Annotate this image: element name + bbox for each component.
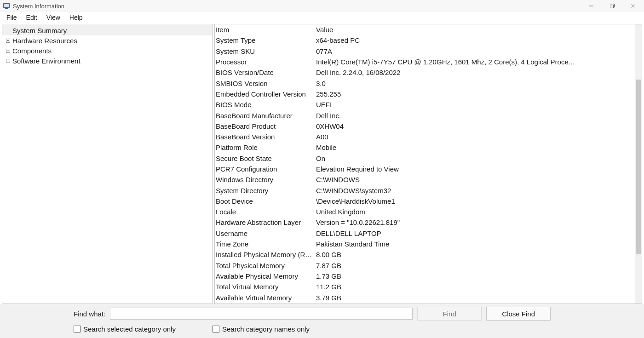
list-row[interactable]: Total Physical Memory7.87 GB (215, 260, 635, 271)
tree-item-hardware-resources[interactable]: Hardware Resources (2, 35, 212, 46)
list-row[interactable]: BaseBoard ManufacturerDell Inc. (215, 110, 635, 120)
list-row[interactable]: System DirectoryC:\WINDOWS\system32 (215, 185, 635, 195)
menu-edit[interactable]: Edit (22, 13, 42, 22)
titlebar: System Information (0, 0, 644, 12)
plus-icon[interactable] (5, 48, 11, 53)
list-header[interactable]: Item Value (215, 24, 635, 35)
cell-value: Mobile (316, 143, 635, 151)
minimize-button[interactable] (581, 0, 602, 12)
cell-item: Available Virtual Memory (216, 294, 316, 302)
close-find-button[interactable]: Close Find (486, 307, 551, 321)
cell-value: 0XHW04 (316, 122, 635, 130)
plus-icon[interactable] (5, 38, 11, 43)
cell-value: Dell Inc. 2.24.0, 16/08/2022 (316, 69, 635, 76)
menu-help[interactable]: Help (65, 13, 87, 22)
cell-item: Total Physical Memory (216, 262, 316, 269)
list-row[interactable]: System Typex64-based PC (215, 35, 635, 46)
list-row[interactable]: Available Virtual Memory3.79 GB (215, 292, 635, 303)
list-row[interactable]: Total Virtual Memory11.2 GB (215, 281, 635, 292)
checkbox-icon[interactable] (74, 326, 80, 332)
list-row[interactable]: BaseBoard Product0XHW04 (215, 121, 635, 132)
list-row[interactable]: BaseBoard VersionA00 (215, 132, 635, 142)
cell-value: On (316, 155, 635, 162)
list-row[interactable]: Boot Device\Device\HarddiskVolume1 (215, 196, 635, 206)
cell-value: 3.79 GB (316, 294, 635, 302)
cell-value: x64-based PC (316, 36, 635, 44)
list-row[interactable]: ProcessorIntel(R) Core(TM) i5-7Y57 CPU @… (215, 57, 635, 67)
window-controls (581, 0, 644, 12)
cell-value: United Kingdom (316, 208, 635, 216)
find-input[interactable] (110, 308, 413, 320)
cell-item: BaseBoard Manufacturer (216, 112, 316, 120)
cell-value: 255.255 (316, 90, 635, 98)
menu-file[interactable]: File (2, 13, 22, 22)
plus-icon[interactable] (5, 58, 11, 63)
checkbox-icon[interactable] (213, 326, 219, 332)
scrollthumb[interactable] (636, 80, 641, 254)
tree-item-system-summary[interactable]: System Summary (2, 25, 212, 35)
cell-item: Hardware Abstraction Layer (216, 218, 316, 226)
list-row[interactable]: Time ZonePakistan Standard Time (215, 239, 635, 249)
list-row[interactable]: Available Physical Memory1.73 GB (215, 271, 635, 281)
cell-item: System SKU (216, 47, 316, 55)
cell-item: BaseBoard Product (216, 122, 316, 130)
find-button[interactable]: Find (417, 307, 482, 321)
list-row[interactable]: UsernameDELL\DELL LAPTOP (215, 228, 635, 239)
titlebar-left: System Information (1, 2, 64, 10)
scrollbar[interactable] (635, 24, 642, 304)
list-row[interactable]: LocaleUnited Kingdom (215, 206, 635, 217)
cell-item: Processor (216, 58, 316, 66)
cell-value: A00 (316, 133, 635, 141)
list-row[interactable]: Windows DirectoryC:\WINDOWS (215, 174, 635, 185)
cell-item: Total Virtual Memory (216, 283, 316, 291)
tree-pane: System Summary Hardware Resources Compon… (2, 24, 213, 304)
tree-label: Hardware Resources (12, 37, 77, 45)
chk-selected-category[interactable]: Search selected category only (74, 325, 176, 333)
cell-item: Available Physical Memory (216, 272, 316, 280)
find-row: Find what: Find Close Find (74, 307, 639, 321)
content: System Summary Hardware Resources Compon… (0, 23, 644, 304)
cell-value: 11.2 GB (316, 283, 635, 291)
menu-view[interactable]: View (42, 13, 65, 22)
cell-value: Pakistan Standard Time (316, 240, 635, 248)
cell-value: 077A (316, 47, 635, 55)
svg-rect-1 (4, 4, 9, 7)
cell-value: \Device\HarddiskVolume1 (316, 197, 635, 205)
list-row[interactable]: System SKU077A (215, 46, 635, 57)
list-row[interactable]: Hardware Abstraction LayerVersion = "10.… (215, 217, 635, 228)
tree-label: Components (12, 47, 52, 55)
tree-item-components[interactable]: Components (2, 46, 212, 56)
listview: Item Value System Typex64-based PCSystem… (215, 24, 635, 304)
list-row[interactable]: BIOS ModeUEFI (215, 99, 635, 110)
cell-value: DELL\DELL LAPTOP (316, 229, 635, 237)
cell-value: 8.00 GB (316, 251, 635, 258)
list-pane: Item Value System Typex64-based PCSystem… (214, 24, 642, 304)
cell-value: 3.0 (316, 80, 635, 87)
header-value[interactable]: Value (316, 26, 635, 34)
maximize-button[interactable] (602, 0, 623, 12)
close-button[interactable] (623, 0, 644, 12)
cell-value: UEFI (316, 101, 635, 109)
cell-item: BaseBoard Version (216, 133, 316, 141)
window-title: System Information (13, 3, 64, 10)
list-row[interactable]: BIOS Version/DateDell Inc. 2.24.0, 16/08… (215, 67, 635, 78)
tree-label: Software Environment (12, 57, 80, 65)
tree-item-software-environment[interactable]: Software Environment (2, 56, 212, 66)
cell-item: Embedded Controller Version (216, 90, 316, 98)
list-row[interactable]: Platform RoleMobile (215, 142, 635, 153)
cell-item: Installed Physical Memory (RAM) (216, 251, 316, 258)
cell-item: SMBIOS Version (216, 80, 316, 87)
header-item[interactable]: Item (216, 26, 316, 34)
chk-category-names[interactable]: Search category names only (213, 325, 310, 333)
list-row[interactable]: Installed Physical Memory (RAM)8.00 GB (215, 249, 635, 260)
list-row[interactable]: PCR7 ConfigurationElevation Required to … (215, 164, 635, 174)
cell-item: System Directory (216, 187, 316, 195)
app-icon (3, 2, 10, 10)
cell-item: Username (216, 229, 316, 237)
tree-label: System Summary (12, 27, 67, 34)
list-row[interactable]: Embedded Controller Version255.255 (215, 89, 635, 99)
svg-rect-4 (610, 5, 614, 8)
cell-item: System Type (216, 36, 316, 44)
list-row[interactable]: Secure Boot StateOn (215, 153, 635, 164)
list-row[interactable]: SMBIOS Version3.0 (215, 78, 635, 88)
